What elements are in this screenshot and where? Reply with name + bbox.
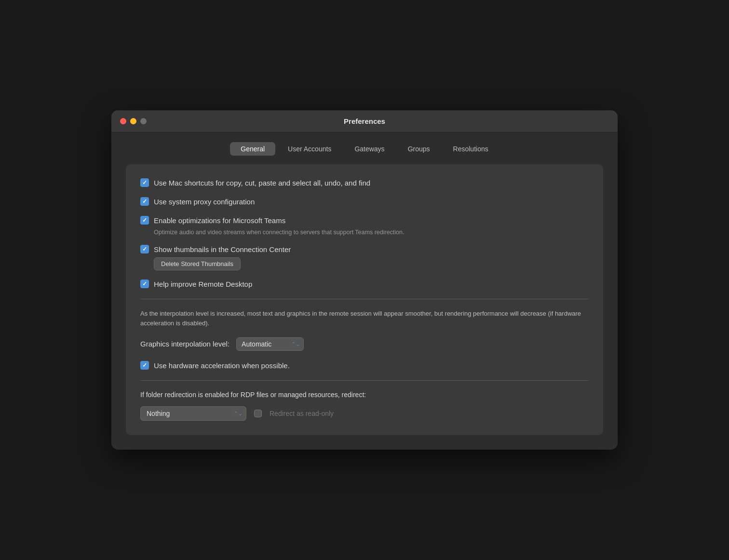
redirect-readonly-label: Redirect as read-only: [270, 410, 334, 417]
folder-redirect-select-wrapper: Nothing Downloads folder Desktop All fol…: [140, 406, 246, 421]
delete-thumbnails-button[interactable]: Delete Stored Thumbnails: [154, 257, 241, 270]
help-improve-checkbox[interactable]: ✓: [140, 280, 149, 288]
interpolation-select-wrapper: Automatic Low Medium High ⌃⌄: [236, 337, 304, 351]
general-panel: ✓ Use Mac shortcuts for copy, cut, paste…: [126, 164, 603, 435]
interpolation-row: Graphics interpolation level: Automatic …: [140, 337, 589, 351]
mac-shortcuts-label: Use Mac shortcuts for copy, cut, paste a…: [154, 178, 370, 188]
preferences-window: Preferences General User Accounts Gatewa…: [111, 110, 618, 450]
interpolation-label: Graphics interpolation level:: [140, 340, 230, 348]
system-proxy-checkbox[interactable]: ✓: [140, 197, 149, 206]
tab-gateways[interactable]: Gateways: [344, 142, 395, 156]
ms-teams-label: Enable optimizations for Microsoft Teams: [154, 215, 285, 226]
tab-resolutions[interactable]: Resolutions: [443, 142, 499, 156]
mac-shortcuts-row: ✓ Use Mac shortcuts for copy, cut, paste…: [140, 178, 589, 188]
tab-groups[interactable]: Groups: [397, 142, 441, 156]
thumbnails-checkbox[interactable]: ✓: [140, 245, 149, 253]
hw-accel-row: ✓ Use hardware acceleration when possibl…: [140, 360, 589, 371]
interpolation-description: As the interpolation level is increased,…: [140, 309, 589, 328]
hw-accel-checkbox[interactable]: ✓: [140, 361, 149, 370]
interpolation-select[interactable]: Automatic Low Medium High: [236, 337, 304, 351]
mac-shortcuts-checkbox[interactable]: ✓: [140, 178, 149, 187]
thumbnails-label: Show thumbnails in the Connection Center: [154, 244, 291, 254]
help-improve-label: Help improve Remote Desktop: [154, 279, 252, 289]
thumbnails-row: ✓ Show thumbnails in the Connection Cent…: [140, 244, 589, 254]
ms-teams-checkbox[interactable]: ✓: [140, 216, 149, 225]
window-title: Preferences: [344, 117, 385, 125]
tab-user-accounts[interactable]: User Accounts: [277, 142, 342, 156]
minimize-button[interactable]: [130, 118, 136, 124]
traffic-lights: [120, 118, 147, 124]
system-proxy-row: ✓ Use system proxy configuration: [140, 197, 589, 207]
divider-1: [140, 299, 589, 299]
folder-redirect-label: If folder redirection is enabled for RDP…: [140, 390, 589, 400]
folder-redirect-select[interactable]: Nothing Downloads folder Desktop All fol…: [140, 406, 246, 421]
folder-redirect-section: If folder redirection is enabled for RDP…: [140, 390, 589, 421]
ms-teams-subtext: Optimize audio and video streams when co…: [154, 228, 589, 237]
folder-redirect-row: Nothing Downloads folder Desktop All fol…: [140, 406, 589, 421]
tab-general[interactable]: General: [230, 142, 275, 156]
divider-2: [140, 380, 589, 381]
title-bar: Preferences: [111, 110, 618, 133]
hw-accel-label: Use hardware acceleration when possible.: [154, 360, 290, 371]
window-content: General User Accounts Gateways Groups Re…: [111, 133, 618, 450]
tab-bar: General User Accounts Gateways Groups Re…: [126, 142, 603, 156]
system-proxy-label: Use system proxy configuration: [154, 197, 255, 207]
close-button[interactable]: [120, 118, 126, 124]
maximize-button[interactable]: [140, 118, 147, 124]
redirect-readonly-checkbox[interactable]: [254, 410, 262, 417]
help-improve-row: ✓ Help improve Remote Desktop: [140, 279, 589, 289]
ms-teams-row: ✓ Enable optimizations for Microsoft Tea…: [140, 215, 589, 226]
